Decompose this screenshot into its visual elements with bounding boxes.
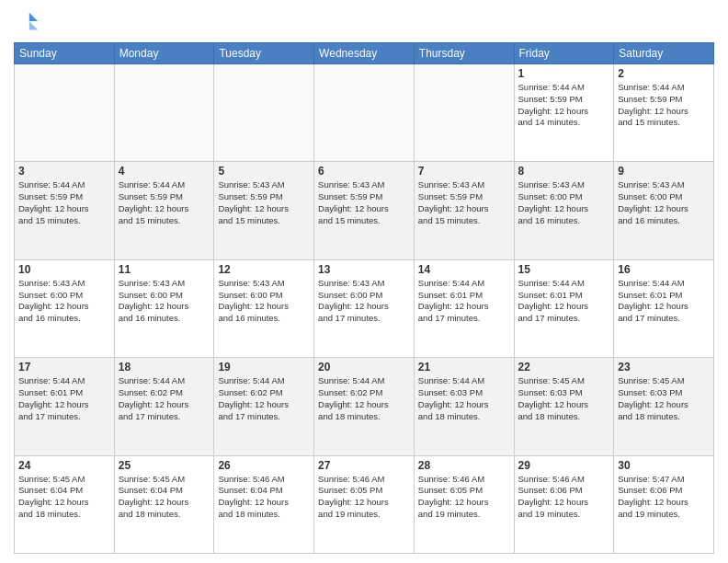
day-info: Sunrise: 5:45 AM Sunset: 6:04 PM Dayligh…	[119, 474, 210, 521]
calendar-cell: 8Sunrise: 5:43 AM Sunset: 6:00 PM Daylig…	[514, 162, 614, 259]
day-info: Sunrise: 5:44 AM Sunset: 6:01 PM Dayligh…	[618, 278, 710, 325]
calendar-cell	[214, 64, 314, 162]
day-number: 7	[418, 165, 510, 178]
day-info: Sunrise: 5:43 AM Sunset: 6:00 PM Dayligh…	[18, 278, 110, 325]
svg-marker-1	[29, 21, 38, 29]
day-number: 30	[618, 459, 710, 472]
weekday-header-wednesday: Wednesday	[314, 43, 415, 64]
day-number: 3	[18, 165, 110, 178]
day-info: Sunrise: 5:45 AM Sunset: 6:03 PM Dayligh…	[518, 375, 610, 422]
weekday-header-monday: Monday	[114, 43, 214, 64]
day-info: Sunrise: 5:44 AM Sunset: 5:59 PM Dayligh…	[18, 179, 110, 226]
day-info: Sunrise: 5:44 AM Sunset: 6:03 PM Dayligh…	[418, 375, 510, 422]
day-info: Sunrise: 5:44 AM Sunset: 6:01 PM Dayligh…	[518, 278, 610, 325]
week-row-1: 3Sunrise: 5:44 AM Sunset: 5:59 PM Daylig…	[15, 162, 714, 259]
day-number: 11	[119, 263, 210, 276]
calendar-cell: 16Sunrise: 5:44 AM Sunset: 6:01 PM Dayli…	[614, 259, 714, 357]
calendar-cell: 25Sunrise: 5:45 AM Sunset: 6:04 PM Dayli…	[114, 455, 214, 553]
day-info: Sunrise: 5:44 AM Sunset: 5:59 PM Dayligh…	[618, 82, 710, 129]
calendar-cell: 13Sunrise: 5:43 AM Sunset: 6:00 PM Dayli…	[314, 259, 415, 357]
calendar-cell: 6Sunrise: 5:43 AM Sunset: 5:59 PM Daylig…	[314, 162, 415, 259]
calendar-cell: 26Sunrise: 5:46 AM Sunset: 6:04 PM Dayli…	[214, 455, 314, 553]
day-number: 28	[418, 459, 510, 472]
week-row-0: 1Sunrise: 5:44 AM Sunset: 5:59 PM Daylig…	[15, 64, 714, 162]
page: SundayMondayTuesdayWednesdayThursdayFrid…	[0, 0, 728, 563]
day-number: 5	[218, 165, 310, 178]
day-info: Sunrise: 5:44 AM Sunset: 5:59 PM Dayligh…	[119, 179, 210, 226]
calendar-cell: 5Sunrise: 5:43 AM Sunset: 5:59 PM Daylig…	[214, 162, 314, 259]
calendar-cell: 21Sunrise: 5:44 AM Sunset: 6:03 PM Dayli…	[414, 358, 514, 455]
weekday-header-sunday: Sunday	[15, 43, 115, 64]
day-info: Sunrise: 5:44 AM Sunset: 6:02 PM Dayligh…	[318, 375, 410, 422]
calendar-cell: 23Sunrise: 5:45 AM Sunset: 6:03 PM Dayli…	[614, 358, 714, 455]
day-number: 14	[418, 263, 510, 276]
calendar-cell: 22Sunrise: 5:45 AM Sunset: 6:03 PM Dayli…	[514, 358, 614, 455]
day-number: 12	[218, 263, 310, 276]
calendar-cell	[15, 64, 115, 162]
calendar-cell: 28Sunrise: 5:46 AM Sunset: 6:05 PM Dayli…	[414, 455, 514, 553]
calendar-cell: 14Sunrise: 5:44 AM Sunset: 6:01 PM Dayli…	[414, 259, 514, 357]
day-info: Sunrise: 5:44 AM Sunset: 6:02 PM Dayligh…	[218, 375, 310, 422]
calendar-cell: 2Sunrise: 5:44 AM Sunset: 5:59 PM Daylig…	[614, 64, 714, 162]
calendar-cell: 10Sunrise: 5:43 AM Sunset: 6:00 PM Dayli…	[15, 259, 115, 357]
calendar-cell: 4Sunrise: 5:44 AM Sunset: 5:59 PM Daylig…	[114, 162, 214, 259]
day-number: 22	[518, 361, 610, 373]
calendar-cell: 30Sunrise: 5:47 AM Sunset: 6:06 PM Dayli…	[614, 455, 714, 553]
day-info: Sunrise: 5:43 AM Sunset: 5:59 PM Dayligh…	[318, 179, 410, 226]
calendar-cell	[114, 64, 214, 162]
logo	[14, 9, 43, 35]
calendar-table: SundayMondayTuesdayWednesdayThursdayFrid…	[14, 42, 714, 554]
day-info: Sunrise: 5:45 AM Sunset: 6:03 PM Dayligh…	[618, 375, 710, 422]
calendar-cell: 1Sunrise: 5:44 AM Sunset: 5:59 PM Daylig…	[514, 64, 614, 162]
calendar-cell: 15Sunrise: 5:44 AM Sunset: 6:01 PM Dayli…	[514, 259, 614, 357]
day-number: 17	[18, 361, 110, 373]
day-number: 25	[119, 459, 210, 472]
day-number: 2	[618, 67, 710, 80]
day-number: 18	[119, 361, 210, 373]
logo-icon	[14, 9, 40, 35]
svg-marker-0	[29, 13, 38, 21]
day-info: Sunrise: 5:43 AM Sunset: 6:00 PM Dayligh…	[119, 278, 210, 325]
day-number: 19	[218, 361, 310, 373]
calendar-cell: 17Sunrise: 5:44 AM Sunset: 6:01 PM Dayli…	[15, 358, 115, 455]
day-number: 13	[318, 263, 410, 276]
day-info: Sunrise: 5:46 AM Sunset: 6:04 PM Dayligh…	[218, 474, 310, 521]
day-info: Sunrise: 5:44 AM Sunset: 6:01 PM Dayligh…	[18, 375, 110, 422]
weekday-header-row: SundayMondayTuesdayWednesdayThursdayFrid…	[15, 43, 714, 64]
day-number: 24	[18, 459, 110, 472]
day-number: 23	[618, 361, 710, 373]
weekday-header-thursday: Thursday	[414, 43, 514, 64]
weekday-header-friday: Friday	[514, 43, 614, 64]
calendar-cell: 3Sunrise: 5:44 AM Sunset: 5:59 PM Daylig…	[15, 162, 115, 259]
day-number: 4	[119, 165, 210, 178]
calendar-cell: 7Sunrise: 5:43 AM Sunset: 5:59 PM Daylig…	[414, 162, 514, 259]
day-info: Sunrise: 5:47 AM Sunset: 6:06 PM Dayligh…	[618, 474, 710, 521]
day-info: Sunrise: 5:43 AM Sunset: 6:00 PM Dayligh…	[218, 278, 310, 325]
day-number: 29	[518, 459, 610, 472]
week-row-4: 24Sunrise: 5:45 AM Sunset: 6:04 PM Dayli…	[15, 455, 714, 553]
day-number: 9	[618, 165, 710, 178]
day-info: Sunrise: 5:44 AM Sunset: 6:02 PM Dayligh…	[119, 375, 210, 422]
day-number: 6	[318, 165, 410, 178]
week-row-2: 10Sunrise: 5:43 AM Sunset: 6:00 PM Dayli…	[15, 259, 714, 357]
calendar-cell: 29Sunrise: 5:46 AM Sunset: 6:06 PM Dayli…	[514, 455, 614, 553]
calendar-cell: 18Sunrise: 5:44 AM Sunset: 6:02 PM Dayli…	[114, 358, 214, 455]
day-number: 10	[18, 263, 110, 276]
day-info: Sunrise: 5:43 AM Sunset: 5:59 PM Dayligh…	[418, 179, 510, 226]
day-number: 27	[318, 459, 410, 472]
day-info: Sunrise: 5:43 AM Sunset: 6:00 PM Dayligh…	[618, 179, 710, 226]
calendar-cell: 20Sunrise: 5:44 AM Sunset: 6:02 PM Dayli…	[314, 358, 415, 455]
day-info: Sunrise: 5:45 AM Sunset: 6:04 PM Dayligh…	[18, 474, 110, 521]
calendar-cell	[414, 64, 514, 162]
weekday-header-tuesday: Tuesday	[214, 43, 314, 64]
week-row-3: 17Sunrise: 5:44 AM Sunset: 6:01 PM Dayli…	[15, 358, 714, 455]
day-number: 20	[318, 361, 410, 373]
day-number: 15	[518, 263, 610, 276]
calendar-cell: 11Sunrise: 5:43 AM Sunset: 6:00 PM Dayli…	[114, 259, 214, 357]
day-info: Sunrise: 5:43 AM Sunset: 6:00 PM Dayligh…	[318, 278, 410, 325]
day-info: Sunrise: 5:44 AM Sunset: 5:59 PM Dayligh…	[518, 82, 610, 129]
calendar-cell	[314, 64, 415, 162]
calendar-cell: 24Sunrise: 5:45 AM Sunset: 6:04 PM Dayli…	[15, 455, 115, 553]
day-number: 26	[218, 459, 310, 472]
calendar-cell: 9Sunrise: 5:43 AM Sunset: 6:00 PM Daylig…	[614, 162, 714, 259]
